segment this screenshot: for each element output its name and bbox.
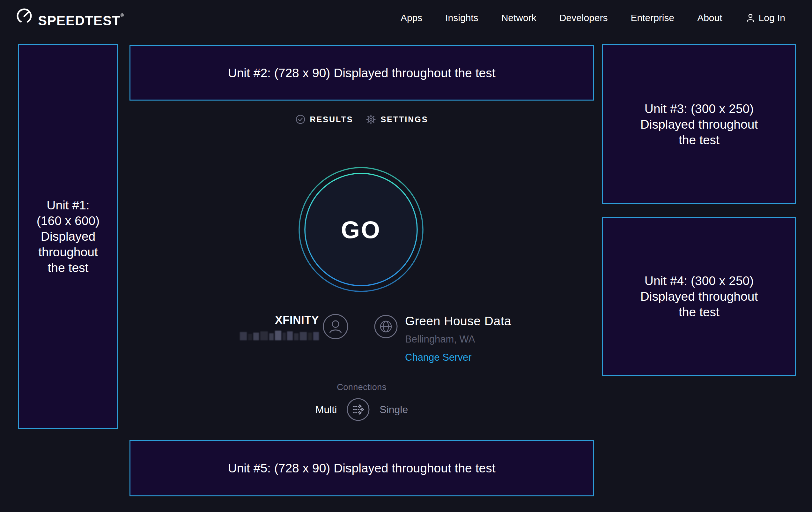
isp-name: XFINITY [223,314,319,326]
check-circle-icon [295,114,306,125]
nav-item-about[interactable]: About [697,12,722,23]
nav-item-insights[interactable]: Insights [445,12,478,23]
ad-unit-3: Unit #3: (300 x 250) Displayed throughou… [602,44,796,204]
ad-unit-2: Unit #2: (728 x 90) Displayed throughout… [129,45,594,101]
gear-icon [366,114,376,125]
logo-wordmark: SPEEDTEST® [38,7,124,29]
settings-label: SETTINGS [380,115,428,124]
speedtest-page: SPEEDTEST® Apps Insights Network Develop… [0,0,812,512]
user-circle-icon [322,314,349,340]
ad-unit-5: Unit #5: (728 x 90) Displayed throughout… [129,440,594,496]
multi-connection-icon[interactable] [346,398,370,421]
connections-multi-option[interactable]: Multi [315,404,337,415]
speedtest-logo[interactable]: SPEEDTEST® [16,7,124,29]
ad-text-line: the test [679,304,720,320]
ad-text-line: throughout [38,244,98,260]
ad-text-line: (160 x 600) [37,213,99,228]
trademark-mark: ® [121,13,124,18]
server-info: Green House Data Bellingham, WA Change S… [405,314,511,363]
top-nav-bar: SPEEDTEST® Apps Insights Network Develop… [0,0,812,36]
results-label: RESULTS [310,115,353,124]
ad-text-line: Displayed throughout [640,116,758,132]
go-button[interactable]: GO [294,162,428,297]
connections-label: Connections [129,382,594,392]
server-location: Bellingham, WA [405,333,511,345]
nav-item-enterprise[interactable]: Enterprise [631,12,674,23]
change-server-link[interactable]: Change Server [405,352,511,363]
speedometer-icon [16,7,33,25]
ad-text-line: Displayed [41,228,95,244]
ad-text-line: Unit #2: (728 x 90) Displayed throughout… [228,65,496,81]
login-label: Log In [759,12,785,23]
go-label: GO [294,162,428,297]
ad-text-line: Unit #3: (300 x 250) [644,101,754,116]
tab-results[interactable]: RESULTS [295,114,353,125]
ad-text-line: Displayed throughout [640,289,758,304]
view-tabs: RESULTS SETTINGS [129,114,594,125]
server-badge [374,315,398,339]
main-nav: Apps Insights Network Developers Enterpr… [401,12,785,23]
isp-info: XFINITY [223,314,319,342]
nav-item-network[interactable]: Network [501,12,536,23]
connections-single-option[interactable]: Single [379,404,408,415]
ad-unit-1: Unit #1: (160 x 600) Displayed throughou… [18,44,118,429]
person-icon [745,13,756,23]
server-name: Green House Data [405,314,511,328]
nav-item-apps[interactable]: Apps [401,12,422,23]
login-button[interactable]: Log In [745,12,785,23]
globe-icon [374,315,398,339]
connections-toggle-row: Multi Single [129,398,594,421]
tab-settings[interactable]: SETTINGS [366,114,428,125]
ad-text-line: Unit #1: [47,197,89,213]
isp-avatar [322,314,349,340]
ad-unit-4: Unit #4: (300 x 250) Displayed throughou… [602,217,796,376]
redacted-ip [240,331,319,340]
ad-text-line: Unit #4: (300 x 250) [644,273,754,289]
nav-item-developers[interactable]: Developers [559,12,608,23]
ad-text-line: Unit #5: (728 x 90) Displayed throughout… [228,460,496,476]
ad-text-line: the test [48,260,89,275]
ad-text-line: the test [679,132,720,148]
